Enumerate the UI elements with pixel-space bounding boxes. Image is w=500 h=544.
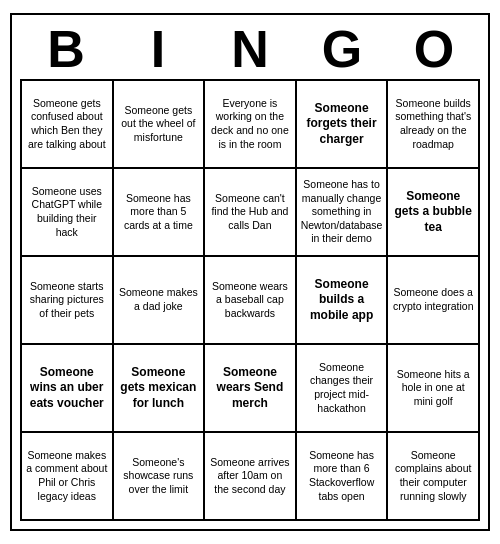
- bingo-letter-b: B: [22, 23, 110, 75]
- bingo-cell-9[interactable]: Someone gets a bubble tea: [388, 169, 480, 257]
- bingo-cell-19[interactable]: Someone hits a hole in one at mini golf: [388, 345, 480, 433]
- bingo-cell-10[interactable]: Someone starts sharing pictures of their…: [22, 257, 114, 345]
- bingo-letter-g: G: [298, 23, 386, 75]
- bingo-letter-n: N: [206, 23, 294, 75]
- bingo-cell-8[interactable]: Someone has to manually change something…: [297, 169, 389, 257]
- bingo-cell-3[interactable]: Someone forgets their charger: [297, 81, 389, 169]
- bingo-cell-16[interactable]: Someone gets mexican for lunch: [114, 345, 206, 433]
- bingo-cell-23[interactable]: Someone has more than 6 Stackoverflow ta…: [297, 433, 389, 521]
- bingo-cell-6[interactable]: Someone has more than 5 cards at a time: [114, 169, 206, 257]
- bingo-cell-5[interactable]: Someone uses ChatGPT while building thei…: [22, 169, 114, 257]
- bingo-cell-20[interactable]: Someone makes a comment about Phil or Ch…: [22, 433, 114, 521]
- bingo-header: BINGO: [20, 23, 480, 75]
- bingo-cell-24[interactable]: Someone complains about their computer r…: [388, 433, 480, 521]
- bingo-letter-o: O: [390, 23, 478, 75]
- bingo-cell-13[interactable]: Someone builds a mobile app: [297, 257, 389, 345]
- bingo-cell-1[interactable]: Someone gets out the wheel of misfortune: [114, 81, 206, 169]
- bingo-cell-21[interactable]: Someone's showcase runs over the limit: [114, 433, 206, 521]
- bingo-grid: Someone gets confused about which Ben th…: [20, 79, 480, 521]
- bingo-cell-14[interactable]: Someone does a crypto integration: [388, 257, 480, 345]
- bingo-cell-18[interactable]: Someone changes their project mid-hackat…: [297, 345, 389, 433]
- bingo-cell-2[interactable]: Everyone is working on the deck and no o…: [205, 81, 297, 169]
- bingo-card: BINGO Someone gets confused about which …: [10, 13, 490, 531]
- bingo-cell-0[interactable]: Someone gets confused about which Ben th…: [22, 81, 114, 169]
- bingo-cell-22[interactable]: Someone arrives after 10am on the second…: [205, 433, 297, 521]
- bingo-cell-12[interactable]: Someone wears a baseball cap backwards: [205, 257, 297, 345]
- bingo-cell-7[interactable]: Someone can't find the Hub and calls Dan: [205, 169, 297, 257]
- bingo-cell-15[interactable]: Someone wins an uber eats voucher: [22, 345, 114, 433]
- bingo-cell-17[interactable]: Someone wears Send merch: [205, 345, 297, 433]
- bingo-cell-4[interactable]: Someone builds something that's already …: [388, 81, 480, 169]
- bingo-letter-i: I: [114, 23, 202, 75]
- bingo-cell-11[interactable]: Someone makes a dad joke: [114, 257, 206, 345]
